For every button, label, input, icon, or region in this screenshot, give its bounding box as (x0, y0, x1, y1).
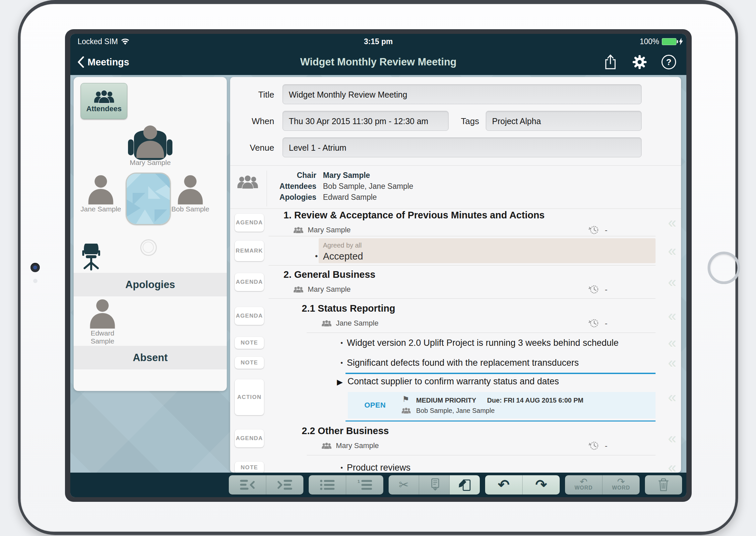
remark-row[interactable]: REMARKAgreed by all•Accepted« (230, 236, 681, 266)
agenda-title: 2.1 Status Reporting (302, 303, 663, 314)
agenda-row[interactable]: AGENDA2. General BusinessMary Sample-« (230, 266, 681, 299)
note-row[interactable]: NOTE•Widget version 2.0 Uplift Project i… (230, 333, 681, 353)
agenda-owner: Jane Sample (336, 319, 378, 328)
svg-text:1: 1 (357, 479, 360, 484)
bullet-icon: • (315, 252, 318, 261)
attendees-button-label: Attendees (86, 105, 121, 113)
duration-clock-icon (588, 224, 599, 236)
collapse-chevron-icon[interactable]: « (668, 309, 676, 323)
apology-person[interactable]: Edward Sample (78, 299, 127, 345)
action-due-date: Due: FRI 14 AUG 2015 6:00 PM (487, 397, 583, 404)
venue-field[interactable]: Level 1 - Atrium (283, 137, 642, 157)
nav-bar: Meetings Widget Monthly Review Meeting ? (70, 49, 686, 75)
seat-right-person[interactable]: Bob Sample (164, 175, 217, 213)
bullet-list-button[interactable] (309, 475, 346, 495)
agenda-title: 1. Review & Acceptance of Previous Minut… (284, 210, 663, 221)
battery-icon (662, 38, 676, 45)
apologies-header: Apologies (74, 273, 227, 296)
tags-field[interactable]: Project Alpha (486, 111, 642, 131)
row-type-badge: NOTE (235, 357, 264, 369)
copy-button[interactable] (419, 475, 450, 495)
action-arrow-icon: ▶ (337, 378, 343, 387)
status-bar: Locked SIM 3:15 pm 100% (70, 34, 686, 49)
title-label: Title (230, 84, 274, 105)
share-icon[interactable] (603, 54, 618, 70)
cut-button[interactable]: ✂ (389, 475, 419, 495)
seat-left-person[interactable]: Jane Sample (74, 175, 127, 213)
title-field[interactable]: Widget Monthly Review Meeting (283, 84, 642, 104)
action-row[interactable]: ACTION▶Contact supplier to confirm warra… (230, 373, 681, 421)
app-display: Locked SIM 3:15 pm 100% Meetings Widget … (70, 34, 686, 497)
seat-name: Edward Sample (85, 329, 120, 345)
app-header: Locked SIM 3:15 pm 100% Meetings Widget … (70, 34, 686, 75)
collapse-chevron-icon[interactable]: « (668, 275, 676, 289)
collapse-chevron-icon[interactable]: « (668, 336, 676, 350)
action-title: Contact supplier to confirm warranty sta… (347, 376, 559, 387)
bullet-icon: • (341, 464, 343, 472)
collapse-chevron-icon[interactable]: « (668, 215, 676, 230)
remark-box[interactable]: Agreed by all•Accepted (319, 238, 656, 263)
when-label: When (230, 111, 274, 131)
indent-button[interactable] (266, 475, 303, 495)
note-row[interactable]: NOTE•Significant defects found with the … (230, 353, 681, 373)
when-field[interactable]: Thu 30 Apr 2015 11:30 pm - 12:30 am (283, 111, 449, 131)
collapse-chevron-icon[interactable]: « (668, 431, 676, 446)
word-redo-button[interactable]: ↷WORD (602, 475, 640, 495)
note-text: Widget version 2.0 Uplift Project is run… (347, 338, 618, 348)
undo-button[interactable]: ↶ (485, 475, 523, 495)
sensor-dot (33, 279, 37, 283)
outdent-button[interactable] (229, 475, 266, 495)
front-camera (31, 263, 40, 272)
home-button[interactable] (708, 252, 740, 284)
agenda-owner: Mary Sample (308, 226, 351, 234)
seat-name: Jane Sample (81, 205, 121, 213)
person-icon (89, 299, 116, 329)
row-type-badge: NOTE (235, 462, 264, 473)
agenda-row[interactable]: AGENDA1. Review & Acceptance of Previous… (230, 209, 681, 236)
agenda-duration: - (605, 285, 607, 294)
agenda-row[interactable]: AGENDA2.2 Other BusinessMary Sample-« (230, 421, 681, 455)
seat-chair-person[interactable]: Mary Sample (124, 125, 177, 167)
note-text: Significant defects found with the repla… (347, 358, 579, 368)
priority-flag-icon: ⚑ (402, 395, 409, 404)
attendee-summary: Chair Mary Sample Attendees Bob Sample, … (270, 170, 413, 203)
remark-text: •Accepted (323, 251, 656, 262)
collapse-chevron-icon[interactable]: « (668, 244, 676, 258)
row-type-badge: AGENDA (235, 214, 264, 232)
redo-button[interactable]: ↷ (523, 475, 560, 495)
attendees-button[interactable]: Attendees (81, 83, 127, 119)
seat-name: Bob Sample (171, 205, 209, 213)
delete-button[interactable] (645, 475, 682, 495)
collapse-chevron-icon[interactable]: « (668, 460, 676, 473)
row-type-badge: ACTION (235, 379, 264, 415)
duration-clock-icon (588, 318, 599, 329)
note-row[interactable]: NOTE•Product reviews« (230, 455, 681, 473)
owner-people-icon (293, 286, 303, 293)
word-undo-button[interactable]: ↶WORD (565, 475, 602, 495)
attendee-summary-people-icon (237, 174, 258, 192)
person-icon (134, 125, 166, 158)
action-assignees: Bob Sample, Jane Sample (416, 407, 495, 415)
person-icon (87, 175, 115, 204)
collapse-chevron-icon[interactable]: « (668, 355, 676, 370)
collapse-chevron-icon[interactable]: « (668, 390, 676, 405)
note-text: Product reviews (347, 463, 410, 473)
paste-button[interactable] (450, 475, 480, 495)
gear-icon[interactable] (632, 54, 647, 70)
apologies-value: Edward Sample (323, 192, 377, 203)
edit-toolbar: 1✂↶↷↶WORD↷WORD (70, 473, 686, 497)
people-icon (94, 89, 114, 104)
agenda-row[interactable]: AGENDA2.1 Status ReportingJane Sample-« (230, 299, 681, 333)
action-detail-box[interactable]: OPEN⚑MEDIUM PRIORITYDue: FRI 14 AUG 2015… (348, 392, 656, 419)
agenda-title: 2. General Business (284, 269, 663, 280)
agenda-owner: Mary Sample (308, 285, 351, 294)
action-priority: MEDIUM PRIORITY (416, 397, 476, 404)
bullet-icon: • (341, 339, 343, 347)
owner-people-icon (293, 226, 303, 234)
numbered-list-button[interactable]: 1 (346, 475, 383, 495)
empty-chair-icon[interactable] (82, 243, 100, 271)
row-type-badge: AGENDA (235, 307, 264, 325)
owner-people-icon (322, 442, 332, 449)
agenda-duration: - (605, 225, 607, 235)
help-icon[interactable]: ? (661, 54, 676, 70)
